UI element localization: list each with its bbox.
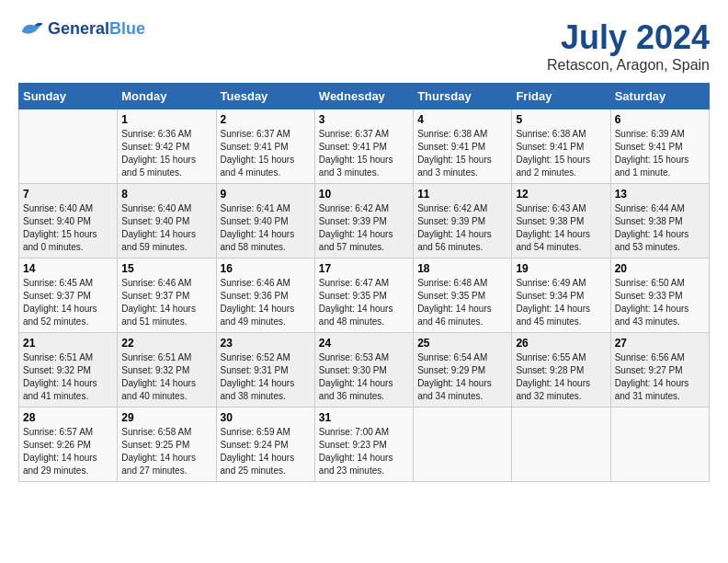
calendar-cell: 31Sunrise: 7:00 AMSunset: 9:23 PMDayligh… (314, 408, 413, 482)
day-number: 8 (121, 188, 211, 201)
location: Retascon, Aragon, Spain (547, 57, 710, 74)
calendar-cell: 6Sunrise: 6:39 AMSunset: 9:41 PMDaylight… (610, 109, 709, 184)
day-number: 25 (417, 337, 507, 350)
day-number: 18 (417, 262, 507, 275)
day-number: 6 (615, 113, 705, 126)
day-header-wednesday: Wednesday (314, 84, 413, 109)
day-number: 28 (23, 411, 113, 424)
logo-text: GeneralBlue (48, 19, 145, 39)
day-header-tuesday: Tuesday (216, 84, 314, 109)
day-header-saturday: Saturday (610, 84, 709, 109)
day-info: Sunrise: 6:52 AMSunset: 9:31 PMDaylight:… (221, 351, 311, 403)
day-number: 23 (221, 337, 311, 350)
day-info: Sunrise: 6:44 AMSunset: 9:38 PMDaylight:… (615, 202, 705, 254)
day-info: Sunrise: 6:46 AMSunset: 9:36 PMDaylight:… (221, 277, 311, 328)
calendar-cell: 19Sunrise: 6:49 AMSunset: 9:34 PMDayligh… (512, 259, 610, 333)
day-number: 26 (516, 337, 606, 350)
day-info: Sunrise: 6:59 AMSunset: 9:24 PMDaylight:… (221, 426, 311, 477)
day-info: Sunrise: 6:55 AMSunset: 9:28 PMDaylight:… (516, 351, 606, 403)
logo: GeneralBlue (18, 18, 145, 39)
day-info: Sunrise: 6:57 AMSunset: 9:26 PMDaylight:… (23, 426, 113, 477)
day-number: 29 (121, 411, 211, 424)
day-number: 13 (615, 188, 705, 201)
day-number: 21 (23, 337, 113, 350)
day-number: 3 (319, 113, 409, 126)
day-info: Sunrise: 6:37 AMSunset: 9:41 PMDaylight:… (319, 128, 409, 179)
calendar-cell: 17Sunrise: 6:47 AMSunset: 9:35 PMDayligh… (314, 259, 413, 333)
calendar-week-3: 14Sunrise: 6:45 AMSunset: 9:37 PMDayligh… (19, 259, 710, 333)
calendar-cell: 4Sunrise: 6:38 AMSunset: 9:41 PMDaylight… (414, 109, 512, 184)
calendar-week-1: 1Sunrise: 6:36 AMSunset: 9:42 PMDaylight… (19, 109, 710, 184)
day-number: 17 (319, 262, 409, 275)
calendar-cell: 28Sunrise: 6:57 AMSunset: 9:26 PMDayligh… (19, 408, 118, 482)
day-number: 12 (516, 188, 606, 201)
calendar-table: SundayMondayTuesdayWednesdayThursdayFrid… (18, 83, 710, 482)
day-header-thursday: Thursday (414, 84, 512, 109)
calendar-cell: 5Sunrise: 6:38 AMSunset: 9:41 PMDaylight… (512, 109, 610, 184)
calendar-cell: 27Sunrise: 6:56 AMSunset: 9:27 PMDayligh… (610, 333, 709, 408)
day-number: 10 (319, 188, 409, 201)
calendar-cell: 16Sunrise: 6:46 AMSunset: 9:36 PMDayligh… (216, 259, 314, 333)
title-block: July 2024 Retascon, Aragon, Spain (547, 18, 710, 74)
day-info: Sunrise: 6:43 AMSunset: 9:38 PMDaylight:… (516, 202, 606, 254)
day-number: 22 (121, 337, 211, 350)
calendar-cell (512, 408, 610, 482)
day-info: Sunrise: 6:51 AMSunset: 9:32 PMDaylight:… (121, 351, 211, 403)
calendar-cell: 11Sunrise: 6:42 AMSunset: 9:39 PMDayligh… (414, 184, 512, 259)
calendar-cell: 1Sunrise: 6:36 AMSunset: 9:42 PMDaylight… (118, 109, 216, 184)
day-info: Sunrise: 6:46 AMSunset: 9:37 PMDaylight:… (121, 277, 211, 328)
calendar-cell: 15Sunrise: 6:46 AMSunset: 9:37 PMDayligh… (118, 259, 216, 333)
day-info: Sunrise: 7:00 AMSunset: 9:23 PMDaylight:… (319, 426, 409, 477)
calendar-cell: 7Sunrise: 6:40 AMSunset: 9:40 PMDaylight… (19, 184, 118, 259)
day-info: Sunrise: 6:51 AMSunset: 9:32 PMDaylight:… (23, 351, 113, 403)
calendar-cell: 26Sunrise: 6:55 AMSunset: 9:28 PMDayligh… (512, 333, 610, 408)
day-header-monday: Monday (118, 84, 216, 109)
calendar-cell: 29Sunrise: 6:58 AMSunset: 9:25 PMDayligh… (118, 408, 216, 482)
calendar-cell: 22Sunrise: 6:51 AMSunset: 9:32 PMDayligh… (118, 333, 216, 408)
day-number: 2 (221, 113, 311, 126)
day-info: Sunrise: 6:42 AMSunset: 9:39 PMDaylight:… (319, 202, 409, 254)
calendar-cell: 23Sunrise: 6:52 AMSunset: 9:31 PMDayligh… (216, 333, 314, 408)
calendar-cell: 20Sunrise: 6:50 AMSunset: 9:33 PMDayligh… (610, 259, 709, 333)
day-number: 14 (23, 262, 113, 275)
calendar-week-4: 21Sunrise: 6:51 AMSunset: 9:32 PMDayligh… (19, 333, 710, 408)
calendar-cell (414, 408, 512, 482)
day-number: 11 (417, 188, 507, 201)
day-info: Sunrise: 6:40 AMSunset: 9:40 PMDaylight:… (23, 202, 113, 254)
day-number: 27 (615, 337, 705, 350)
day-info: Sunrise: 6:54 AMSunset: 9:29 PMDaylight:… (417, 351, 507, 403)
day-info: Sunrise: 6:45 AMSunset: 9:37 PMDaylight:… (23, 277, 113, 328)
day-number: 7 (23, 188, 113, 201)
day-info: Sunrise: 6:49 AMSunset: 9:34 PMDaylight:… (516, 277, 606, 328)
day-info: Sunrise: 6:48 AMSunset: 9:35 PMDaylight:… (417, 277, 507, 328)
day-info: Sunrise: 6:38 AMSunset: 9:41 PMDaylight:… (417, 128, 507, 179)
day-info: Sunrise: 6:38 AMSunset: 9:41 PMDaylight:… (516, 128, 606, 179)
calendar-cell (610, 408, 709, 482)
calendar-cell: 12Sunrise: 6:43 AMSunset: 9:38 PMDayligh… (512, 184, 610, 259)
day-number: 5 (516, 113, 606, 126)
calendar-week-2: 7Sunrise: 6:40 AMSunset: 9:40 PMDaylight… (19, 184, 710, 259)
day-number: 19 (516, 262, 606, 275)
calendar-header-row: SundayMondayTuesdayWednesdayThursdayFrid… (19, 84, 710, 109)
day-number: 31 (319, 411, 409, 424)
day-info: Sunrise: 6:39 AMSunset: 9:41 PMDaylight:… (615, 128, 705, 179)
day-info: Sunrise: 6:37 AMSunset: 9:41 PMDaylight:… (221, 128, 311, 179)
calendar-cell: 9Sunrise: 6:41 AMSunset: 9:40 PMDaylight… (216, 184, 314, 259)
calendar-cell: 21Sunrise: 6:51 AMSunset: 9:32 PMDayligh… (19, 333, 118, 408)
day-info: Sunrise: 6:58 AMSunset: 9:25 PMDaylight:… (121, 426, 211, 477)
calendar-cell: 13Sunrise: 6:44 AMSunset: 9:38 PMDayligh… (610, 184, 709, 259)
day-info: Sunrise: 6:50 AMSunset: 9:33 PMDaylight:… (615, 277, 705, 328)
day-number: 24 (319, 337, 409, 350)
calendar-cell: 30Sunrise: 6:59 AMSunset: 9:24 PMDayligh… (216, 408, 314, 482)
calendar-cell: 25Sunrise: 6:54 AMSunset: 9:29 PMDayligh… (414, 333, 512, 408)
calendar-cell: 18Sunrise: 6:48 AMSunset: 9:35 PMDayligh… (414, 259, 512, 333)
day-number: 16 (221, 262, 311, 275)
logo-bird-icon (18, 18, 44, 39)
day-info: Sunrise: 6:56 AMSunset: 9:27 PMDaylight:… (615, 351, 705, 403)
calendar-cell: 2Sunrise: 6:37 AMSunset: 9:41 PMDaylight… (216, 109, 314, 184)
day-number: 4 (417, 113, 507, 126)
day-info: Sunrise: 6:42 AMSunset: 9:39 PMDaylight:… (417, 202, 507, 254)
month-year: July 2024 (547, 18, 710, 57)
day-info: Sunrise: 6:36 AMSunset: 9:42 PMDaylight:… (121, 128, 211, 179)
day-number: 15 (121, 262, 211, 275)
